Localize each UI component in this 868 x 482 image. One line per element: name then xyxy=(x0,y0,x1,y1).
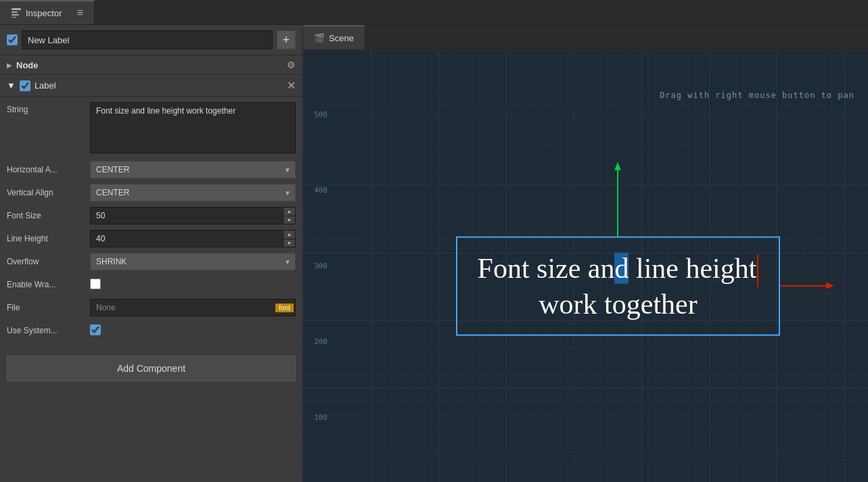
font-size-label: Font Size xyxy=(7,211,85,220)
label-arrow-icon[interactable]: ▼ xyxy=(7,80,16,91)
scene-panel: 🎬 Scene Drag with right mous xyxy=(303,25,868,482)
font-size-value: ▲ ▼ xyxy=(90,207,296,224)
svg-rect-3 xyxy=(12,17,16,18)
inspector-panel: + ▶ Node ⚙ ▼ Label ✕ String xyxy=(0,25,303,482)
overflow-value: SHRINK CLIP SCROLL ▼ xyxy=(90,253,296,270)
string-label: String xyxy=(7,102,85,114)
file-label: File xyxy=(7,303,85,312)
label-line-2: work together xyxy=(478,287,759,321)
line-height-label: Line Height xyxy=(7,234,85,243)
node-name-row: + xyxy=(0,25,302,55)
scene-label-display[interactable]: Font size and line height work together xyxy=(456,236,781,336)
add-button[interactable]: + xyxy=(277,30,296,49)
overflow-row: Overflow SHRINK CLIP SCROLL ▼ xyxy=(0,250,302,273)
vertical-align-value: TOP CENTER BOTTOM ▼ xyxy=(90,184,296,201)
overflow-label: Overflow xyxy=(7,257,85,266)
line-height-spin-down[interactable]: ▼ xyxy=(283,239,295,247)
inspector-tab-icon xyxy=(11,7,22,18)
label-highlight-char: d xyxy=(614,252,629,283)
node-arrow-icon: ▶ xyxy=(7,62,12,69)
svg-marker-9 xyxy=(826,283,834,289)
overflow-dropdown[interactable]: SHRINK CLIP SCROLL ▼ xyxy=(90,253,296,270)
scene-tab-icon: 🎬 xyxy=(314,33,325,43)
vertical-align-row: Vertical Align TOP CENTER BOTTOM ▼ xyxy=(0,181,302,204)
line-height-spinner: ▲ ▼ xyxy=(283,231,295,247)
transform-arrow-y xyxy=(611,162,624,243)
file-input-wrap: None font xyxy=(90,299,296,316)
file-none-text: None xyxy=(91,303,275,312)
font-size-input[interactable] xyxy=(91,208,283,224)
y-label-100: 100 xyxy=(303,413,332,422)
string-value: Font size and line height work together xyxy=(90,102,296,155)
line-height-number-wrap: ▲ ▼ xyxy=(90,230,296,247)
svg-rect-2 xyxy=(12,14,19,16)
string-textarea[interactable]: Font size and line height work together xyxy=(90,102,296,153)
scene-tab-bar: 🎬 Scene xyxy=(303,25,868,50)
svg-marker-7 xyxy=(614,162,621,170)
overflow-select[interactable]: SHRINK CLIP SCROLL xyxy=(91,254,295,270)
horizontal-align-value: LEFT CENTER RIGHT ▼ xyxy=(90,161,296,178)
add-component-button[interactable]: Add Component xyxy=(7,356,296,381)
file-value: None font xyxy=(90,299,296,316)
node-enabled-checkbox[interactable] xyxy=(7,34,18,45)
drag-hint-text: Drag with right mouse button to pan xyxy=(660,91,854,100)
label-close-icon[interactable]: ✕ xyxy=(287,79,296,92)
font-size-row: Font Size ▲ ▼ xyxy=(0,204,302,227)
y-label-400: 400 xyxy=(303,186,332,195)
node-name-input[interactable] xyxy=(22,30,273,49)
file-row: File None font xyxy=(0,296,302,319)
vertical-align-select[interactable]: TOP CENTER BOTTOM xyxy=(91,185,295,201)
y-label-500: 500 xyxy=(303,110,332,119)
vertical-align-label: Vertical Align xyxy=(7,188,85,197)
svg-rect-1 xyxy=(12,11,18,13)
use-system-font-row: Use System... xyxy=(0,319,302,342)
scene-tab[interactable]: 🎬 Scene xyxy=(303,25,365,49)
inspector-scroll: ▶ Node ⚙ ▼ Label ✕ String Font size and … xyxy=(0,55,302,482)
horizontal-align-row: Horizontal A... LEFT CENTER RIGHT ▼ xyxy=(0,158,302,181)
font-size-spin-up[interactable]: ▲ xyxy=(283,208,295,216)
horizontal-align-label: Horizontal A... xyxy=(7,165,85,174)
font-size-number-wrap: ▲ ▼ xyxy=(90,207,296,224)
enable-wrap-row: Enable Wra... xyxy=(0,273,302,296)
svg-rect-0 xyxy=(12,8,21,10)
inspector-tab[interactable]: Inspector ≡ xyxy=(0,0,95,24)
string-row: String Font size and line height work to… xyxy=(0,99,302,158)
label-line-1: Font size and line height xyxy=(478,251,759,287)
scene-tab-label: Scene xyxy=(329,33,354,43)
node-section-header[interactable]: ▶ Node ⚙ xyxy=(0,55,302,75)
font-size-spin-down[interactable]: ▼ xyxy=(283,216,295,224)
enable-wrap-label: Enable Wra... xyxy=(7,280,85,289)
font-size-spinner: ▲ ▼ xyxy=(283,208,295,224)
enable-wrap-checkbox[interactable] xyxy=(90,279,101,289)
y-axis-labels: 500 400 300 200 100 xyxy=(303,50,332,482)
y-label-200: 200 xyxy=(303,337,332,346)
use-system-font-value xyxy=(90,324,296,337)
label-enabled-checkbox[interactable] xyxy=(20,80,30,91)
vertical-align-dropdown[interactable]: TOP CENTER BOTTOM ▼ xyxy=(90,184,296,201)
line-height-input[interactable] xyxy=(91,231,283,247)
line-height-value: ▲ ▼ xyxy=(90,230,296,247)
inspector-tab-label: Inspector xyxy=(26,8,62,18)
label-section-header: ▼ Label ✕ xyxy=(0,75,302,97)
enable-wrap-value xyxy=(90,279,296,291)
node-gear-icon[interactable]: ⚙ xyxy=(287,59,296,70)
node-section-title: Node xyxy=(16,60,283,70)
y-label-300: 300 xyxy=(303,262,332,270)
line-height-row: Line Height ▲ ▼ xyxy=(0,227,302,250)
line-height-spin-up[interactable]: ▲ xyxy=(283,231,295,239)
horizontal-align-dropdown[interactable]: LEFT CENTER RIGHT ▼ xyxy=(90,161,296,178)
label-section-title: Label xyxy=(35,80,56,91)
scene-viewport[interactable]: Drag with right mouse button to pan 500 … xyxy=(303,50,868,482)
properties-area: String Font size and line height work to… xyxy=(0,97,302,345)
file-badge[interactable]: font xyxy=(275,304,294,312)
transform-arrow-x xyxy=(780,279,834,293)
use-system-font-label: Use System... xyxy=(7,326,85,335)
use-system-font-checkbox[interactable] xyxy=(90,324,101,335)
text-cursor xyxy=(757,255,758,287)
horizontal-align-select[interactable]: LEFT CENTER RIGHT xyxy=(91,162,295,178)
scene-content: Font size and line height work together xyxy=(456,236,781,336)
inspector-menu-icon[interactable]: ≡ xyxy=(77,7,83,19)
